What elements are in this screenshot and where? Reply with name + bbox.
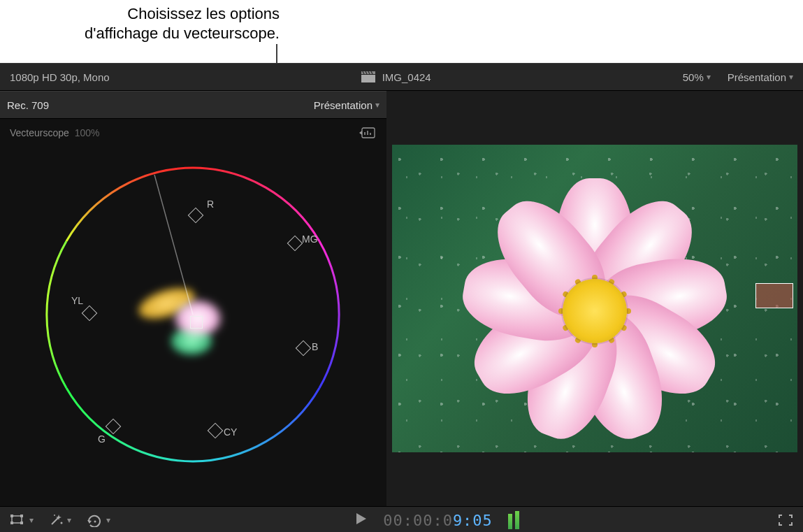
vectorscope-center-reticle — [190, 316, 203, 329]
svg-rect-8 — [20, 522, 23, 524]
timecode-display[interactable]: 00:00:09:05 — [383, 512, 493, 529]
timecode-dim: 00:00:0 — [383, 512, 453, 529]
annotation-line-1: Choisissez les options — [127, 5, 280, 22]
svg-point-10 — [54, 515, 55, 516]
vectorscope-target-label-cy: CY — [224, 426, 237, 438]
zoom-value: 50% — [683, 71, 704, 83]
vectorscope-target-label-g: G — [98, 433, 106, 445]
color-space-label: Rec. 709 — [7, 99, 314, 111]
clip-name: IMG_0424 — [382, 71, 431, 83]
viewer-footer: ▾ ▾ ▾ 00:00:09:05 — [0, 507, 803, 532]
svg-rect-2 — [362, 128, 375, 138]
retime-tool-dropdown[interactable]: ▾ — [87, 513, 110, 527]
flower-center — [563, 279, 627, 343]
vectorscope-trace — [171, 327, 212, 355]
chevron-down-icon: ▾ — [29, 515, 34, 525]
scope-title: Vecteurscope 100% — [10, 127, 100, 138]
svg-point-9 — [61, 522, 63, 524]
viewer-view-dropdown[interactable]: Présentation ▾ — [728, 71, 793, 83]
chevron-down-icon: ▾ — [789, 72, 793, 82]
chevron-down-icon: ▾ — [67, 515, 71, 525]
format-label: 1080p HD 30p, Mono — [0, 71, 120, 83]
timecode-bright: 9:05 — [453, 512, 493, 529]
annotation-text: Choisissez les options d'affichage du ve… — [0, 4, 280, 43]
play-button[interactable] — [355, 512, 368, 529]
scope-panel: Rec. 709 Présentation ▾ Vecteurscope 100… — [0, 91, 386, 506]
scope-view-dropdown[interactable]: Présentation ▾ — [314, 99, 379, 111]
viewer-preview[interactable] — [386, 91, 803, 506]
viewer-view-label: Présentation — [728, 71, 786, 83]
svg-rect-6 — [20, 515, 23, 517]
app-window: 1080p HD 30p, Mono IMG_0424 50% ▾ Présen… — [0, 63, 803, 532]
clapperboard-icon — [361, 71, 375, 82]
vectorscope-target-label-yl: YL — [71, 295, 83, 306]
svg-rect-0 — [361, 75, 375, 82]
vectorscope-target-label-mg: MG — [302, 233, 318, 245]
vectorscope-display: R MG B CY G YL — [0, 147, 386, 506]
svg-rect-5 — [10, 515, 13, 517]
annotation-line-2: d'affichage du vecteurscope. — [85, 24, 280, 42]
scope-settings-button[interactable] — [359, 127, 377, 139]
transform-tool-dropdown[interactable]: ▾ — [10, 514, 34, 526]
viewer-top-bar: 1080p HD 30p, Mono IMG_0424 50% ▾ Présen… — [0, 63, 803, 91]
svg-rect-7 — [10, 522, 13, 524]
svg-point-11 — [94, 521, 96, 523]
scope-view-label: Présentation — [314, 99, 372, 111]
svg-marker-12 — [356, 513, 366, 524]
zoom-dropdown[interactable]: 50% ▾ — [683, 71, 711, 83]
chevron-down-icon: ▾ — [707, 72, 711, 82]
chevron-down-icon: ▾ — [106, 515, 110, 525]
vectorscope-target-label-b: B — [312, 341, 318, 352]
scope-panel-header: Rec. 709 Présentation ▾ — [0, 91, 386, 119]
color-sample-swatch[interactable] — [755, 283, 793, 308]
vectorscope-target-label-r: R — [207, 199, 214, 210]
svg-rect-4 — [12, 516, 22, 523]
audio-meters[interactable] — [508, 511, 533, 529]
fullscreen-button[interactable] — [778, 514, 793, 526]
chevron-down-icon: ▾ — [375, 100, 379, 110]
effects-tool-dropdown[interactable]: ▾ — [49, 513, 71, 527]
